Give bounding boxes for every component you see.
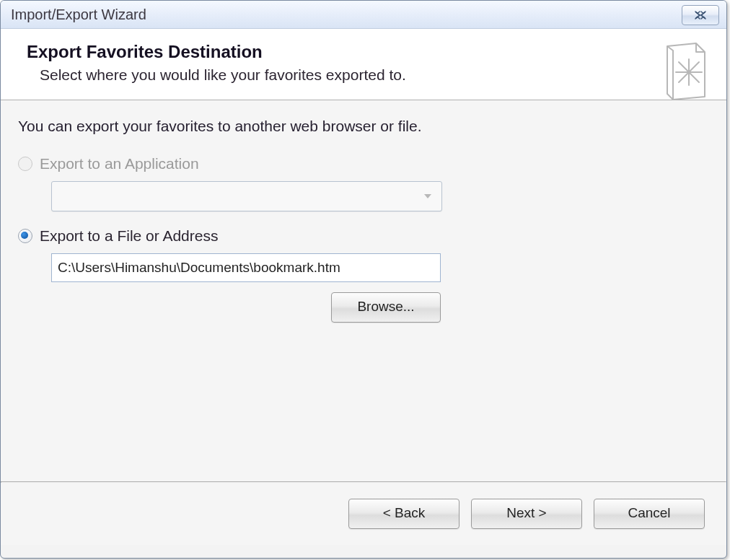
radio-export-file[interactable] xyxy=(18,229,32,243)
file-path-input[interactable] xyxy=(51,253,441,282)
browse-row: Browse... xyxy=(51,292,441,323)
close-icon xyxy=(692,10,708,20)
intro-text: You can export your favorites to another… xyxy=(18,118,709,135)
next-button[interactable]: Next > xyxy=(471,499,582,529)
option-export-file-row[interactable]: Export to a File or Address xyxy=(18,227,709,245)
favorites-book-icon xyxy=(657,39,709,102)
page-subtitle: Select where you would like your favorit… xyxy=(40,66,706,84)
svg-marker-4 xyxy=(424,194,431,198)
option-export-file: Export to a File or Address Browse... xyxy=(18,227,709,323)
wizard-header: Export Favorites Destination Select wher… xyxy=(1,29,726,100)
chevron-down-icon xyxy=(423,190,433,203)
wizard-footer: < Back Next > Cancel xyxy=(1,483,726,545)
radio-export-app xyxy=(18,157,32,171)
option-export-app-row: Export to an Application xyxy=(18,155,709,172)
close-button[interactable] xyxy=(682,5,719,25)
window-title: Import/Export Wizard xyxy=(8,6,146,23)
option-export-app: Export to an Application xyxy=(18,155,709,211)
title-bar: Import/Export Wizard xyxy=(1,1,726,29)
option-export-file-label: Export to a File or Address xyxy=(40,227,218,245)
page-title: Export Favorites Destination xyxy=(27,42,706,62)
application-combo xyxy=(51,181,442,211)
browse-button[interactable]: Browse... xyxy=(331,292,441,323)
back-button[interactable]: < Back xyxy=(348,499,459,529)
cancel-button[interactable]: Cancel xyxy=(594,499,705,529)
wizard-body: You can export your favorites to another… xyxy=(1,100,726,481)
wizard-window: Import/Export Wizard Export Favorites De… xyxy=(0,0,727,559)
option-export-app-label: Export to an Application xyxy=(40,155,199,172)
